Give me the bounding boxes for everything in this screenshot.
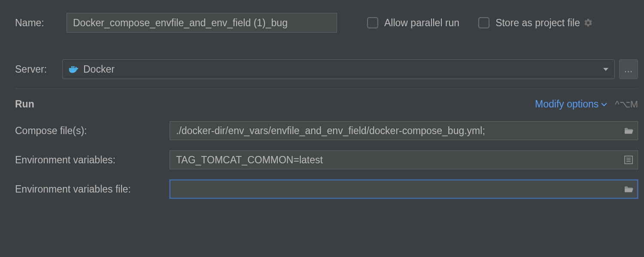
env-vars-file-input[interactable]	[170, 180, 638, 199]
server-selected-value: Docker	[83, 64, 115, 75]
chevron-down-icon	[603, 68, 608, 71]
list-icon[interactable]	[623, 155, 634, 165]
modify-options-shortcut: ^⌥M	[615, 99, 638, 110]
run-config-panel: Name: Allow parallel run Store as projec…	[0, 0, 644, 199]
run-section-title: Run	[15, 98, 34, 110]
gear-icon[interactable]	[583, 18, 593, 28]
svg-rect-4	[73, 66, 74, 67]
compose-files-label: Compose file(s):	[15, 125, 170, 137]
run-section-header: Run Modify options ^⌥M	[15, 98, 638, 110]
name-label: Name:	[15, 17, 67, 29]
server-label: Server:	[15, 64, 62, 75]
server-browse-button[interactable]: ...	[619, 59, 638, 79]
env-vars-file-label: Environment variables file:	[15, 184, 170, 195]
checkbox-icon	[478, 17, 489, 28]
modify-options-link[interactable]: Modify options	[535, 98, 607, 110]
server-row: Server: Docker ...	[15, 59, 638, 79]
name-input[interactable]	[67, 13, 337, 33]
store-as-project-label: Store as project file	[495, 17, 580, 29]
env-vars-input[interactable]	[170, 150, 638, 169]
checkbox-icon	[367, 17, 378, 28]
folder-icon[interactable]	[623, 184, 634, 194]
divider	[15, 89, 638, 89]
modify-options-label: Modify options	[535, 98, 598, 110]
allow-parallel-label: Allow parallel run	[384, 17, 459, 29]
env-vars-label: Environment variables:	[15, 154, 170, 166]
name-row: Name: Allow parallel run Store as projec…	[15, 13, 638, 33]
server-select[interactable]: Docker	[62, 59, 615, 79]
compose-files-input[interactable]	[170, 121, 638, 140]
env-vars-file-row: Environment variables file:	[15, 180, 638, 199]
docker-icon	[69, 65, 79, 73]
env-vars-row: Environment variables:	[15, 150, 638, 169]
folder-icon[interactable]	[623, 126, 634, 135]
allow-parallel-run-option[interactable]: Allow parallel run	[367, 17, 459, 29]
store-as-project-file-option[interactable]: Store as project file	[478, 17, 580, 29]
chevron-down-icon	[601, 102, 607, 107]
ellipsis-label: ...	[624, 64, 633, 74]
compose-files-row: Compose file(s):	[15, 121, 638, 140]
svg-rect-3	[71, 66, 73, 67]
